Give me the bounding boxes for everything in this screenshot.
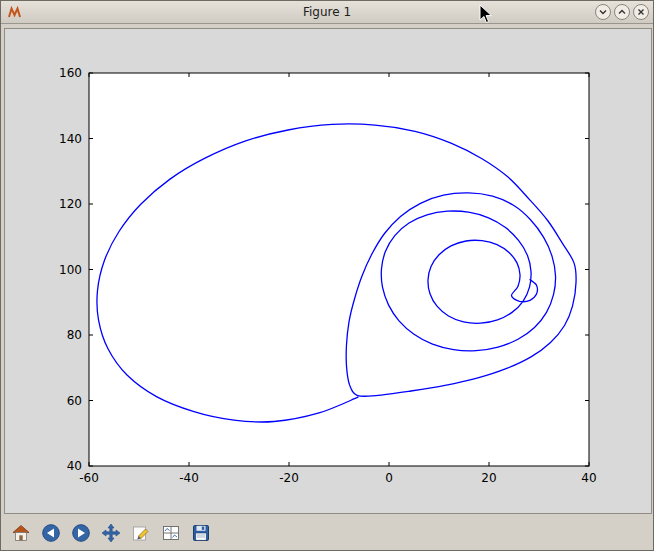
y-tick-label: 100 bbox=[59, 263, 82, 277]
forward-icon bbox=[71, 523, 91, 543]
y-tick-label: 140 bbox=[59, 132, 82, 146]
save-button[interactable] bbox=[187, 519, 215, 547]
subplots-icon bbox=[161, 523, 181, 543]
figure-window: Figure 1 -60-40-200204040608010012014016… bbox=[0, 0, 654, 551]
x-tick-label: -40 bbox=[179, 471, 199, 485]
figure-canvas[interactable]: -60-40-2002040406080100120140160 bbox=[4, 28, 652, 514]
save-icon bbox=[191, 523, 211, 543]
window-controls bbox=[595, 4, 649, 20]
matplotlib-logo-icon bbox=[7, 5, 23, 20]
plot-area[interactable]: -60-40-2002040406080100120140160 bbox=[5, 29, 651, 513]
maximize-button[interactable] bbox=[614, 4, 630, 20]
close-button[interactable] bbox=[633, 4, 649, 20]
forward-button[interactable] bbox=[67, 519, 95, 547]
x-tick-label: 0 bbox=[385, 471, 393, 485]
home-button[interactable] bbox=[7, 519, 35, 547]
chevron-down-icon bbox=[598, 7, 608, 17]
pan-icon bbox=[101, 523, 121, 543]
zoom-icon bbox=[131, 523, 151, 543]
axes-background bbox=[89, 73, 589, 466]
zoom-button[interactable] bbox=[127, 519, 155, 547]
plot-toolbar bbox=[4, 517, 652, 549]
window-title: Figure 1 bbox=[1, 5, 653, 19]
title-bar[interactable]: Figure 1 bbox=[1, 1, 653, 24]
y-tick-label: 120 bbox=[59, 197, 82, 211]
x-tick-label: 40 bbox=[581, 471, 596, 485]
x-tick-label: 20 bbox=[481, 471, 496, 485]
close-icon bbox=[636, 7, 646, 17]
home-icon bbox=[11, 523, 31, 543]
y-tick-label: 160 bbox=[59, 66, 82, 80]
shade-button[interactable] bbox=[595, 4, 611, 20]
subplots-button[interactable] bbox=[157, 519, 185, 547]
chevron-up-icon bbox=[617, 7, 627, 17]
y-tick-label: 40 bbox=[67, 459, 82, 473]
pan-button[interactable] bbox=[97, 519, 125, 547]
back-button[interactable] bbox=[37, 519, 65, 547]
y-tick-label: 80 bbox=[67, 328, 82, 342]
x-tick-label: -60 bbox=[79, 471, 99, 485]
back-icon bbox=[41, 523, 61, 543]
x-tick-label: -20 bbox=[279, 471, 299, 485]
y-tick-label: 60 bbox=[67, 394, 82, 408]
